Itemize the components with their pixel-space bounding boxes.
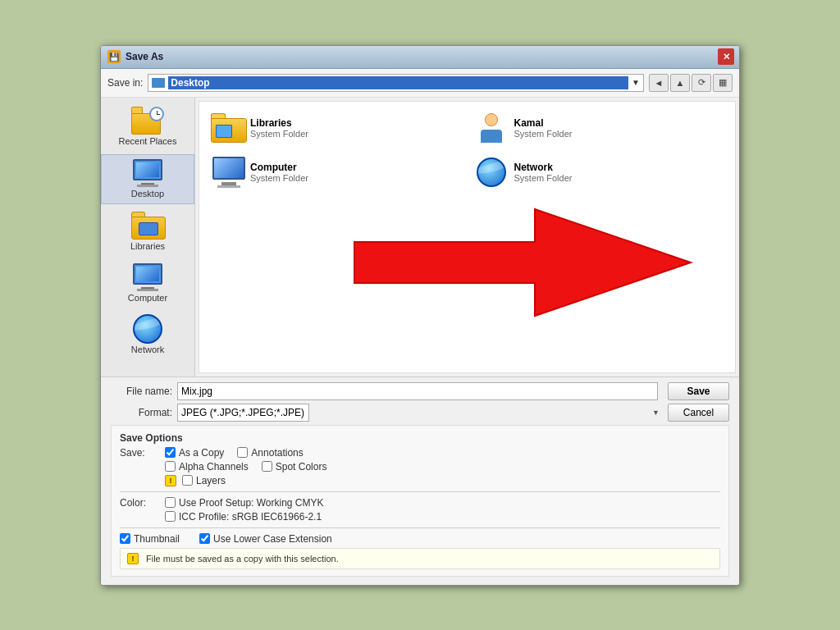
file-item-kamal[interactable]: Kamal System Folder [472,110,728,146]
save-options-box: Save Options Save: As a Copy Annotations [111,425,729,577]
color-row: Color: Use Proof Setup: Working CMYK ICC… [120,497,720,523]
location-folder-icon [152,78,165,88]
sidebar-label-computer: Computer [128,293,167,303]
file-info-network: Network System Folder [514,162,573,183]
close-button[interactable]: ✕ [718,48,734,65]
nav-buttons: ◄ ▲ ⟳ ▦ [649,74,733,92]
checkbox-layers-label: Layers [196,475,226,486]
checkbox-as-copy-input[interactable] [165,447,176,458]
libraries-file-icon [211,113,244,143]
file-name-computer: Computer [250,162,308,173]
save-checkboxes-group: As a Copy Annotations Alpha Channels [165,447,326,486]
save-in-toolbar: Save in: Desktop ▼ ◄ ▲ ⟳ ▦ [101,69,739,98]
save-in-label: Save in: [107,77,143,89]
checkbox-icc-label: ICC Profile: sRGB IEC61966-2.1 [179,511,322,523]
title-bar: 💾 Save As ✕ [101,46,739,69]
color-section: Color: Use Proof Setup: Working CMYK ICC… [120,497,720,523]
sidebar-item-network[interactable]: Network [101,311,194,359]
format-select[interactable]: JPEG (*.JPG;*.JPEG;*.JPE) [177,404,309,422]
network-icon [131,316,164,342]
file-item-libraries[interactable]: Libraries System Folder [208,110,463,146]
file-info-libraries: Libraries System Folder [250,117,308,139]
checkbox-spot-colors-label: Spot Colors [276,461,327,472]
dialog-window: 💾 Save As ✕ Save in: Desktop ▼ ◄ ▲ ⟳ ▦ [100,45,740,586]
file-info-kamal: Kamal System Folder [514,117,573,139]
computer-icon [131,264,164,290]
desktop-icon [131,160,164,186]
warning-bar: ! File must be saved as a copy with this… [120,548,720,569]
sidebar-label-desktop: Desktop [131,189,164,199]
checkbox-spot-colors[interactable]: Spot Colors [262,461,327,472]
checkbox-as-copy-label: As a Copy [179,447,224,459]
file-item-network[interactable]: Network System Folder [472,154,728,190]
checkbox-alpha-channels-label: Alpha Channels [179,461,249,472]
filename-label: File name: [111,386,172,397]
filename-input[interactable] [177,382,658,400]
title-bar-left: 💾 Save As [107,50,163,63]
libraries-icon [131,212,164,239]
divider-2 [120,527,720,528]
recent-places-icon [131,107,164,134]
checkbox-annotations-label: Annotations [251,447,303,459]
file-item-computer[interactable]: Computer System Folder [208,154,463,190]
kamal-file-icon [475,113,508,143]
sidebar-item-desktop[interactable]: Desktop [101,154,194,204]
save-as-dialog: 💾 Save As ✕ Save in: Desktop ▼ ◄ ▲ ⟳ ▦ [100,45,740,586]
checkbox-alpha-channels[interactable]: Alpha Channels [165,461,249,472]
sidebar-item-libraries[interactable]: Libraries [101,208,194,256]
checkbox-icc-profile[interactable]: ICC Profile: sRGB IEC61966-2.1 [165,511,324,523]
divider-1 [120,491,720,492]
sidebar: Recent Places Desktop [101,98,195,377]
checkbox-thumbnail-input[interactable] [120,533,130,544]
checkbox-row-1: As a Copy Annotations [165,447,326,459]
checkbox-thumbnail-label: Thumbnail [134,533,180,545]
checkbox-row-3: ! Layers [165,475,326,486]
location-dropdown-arrow[interactable]: ▼ [632,78,640,87]
checkbox-row-2: Alpha Channels Spot Colors [165,461,326,472]
format-label: Format: [111,407,172,418]
color-checkboxes: Use Proof Setup: Working CMYK ICC Profil… [165,497,324,523]
location-bar[interactable]: Desktop ▼ [148,74,644,92]
checkbox-icc-input[interactable] [165,511,176,522]
file-info-computer: Computer System Folder [250,162,308,183]
up-button[interactable]: ▲ [670,74,690,92]
checkbox-use-proof-setup[interactable]: Use Proof Setup: Working CMYK [165,497,324,509]
sidebar-item-computer[interactable]: Computer [101,259,194,308]
main-area: Recent Places Desktop [101,98,739,377]
sidebar-label-libraries: Libraries [130,241,165,251]
view-button[interactable]: ▦ [713,74,733,92]
checkbox-layers[interactable]: ! Layers [165,475,226,486]
file-name-network: Network [514,162,573,173]
dialog-icon: 💾 [107,50,121,63]
checkbox-spot-colors-input[interactable] [262,461,272,472]
checkbox-thumbnail[interactable]: Thumbnail [120,533,180,545]
checkbox-layers-input[interactable] [182,475,193,486]
format-row: Format: JPEG (*.JPG;*.JPEG;*.JPE) Cancel [111,404,729,422]
sidebar-label-recent: Recent Places [119,136,177,146]
recent-button[interactable]: ⟳ [692,74,711,92]
back-button[interactable]: ◄ [649,74,669,92]
file-name-libraries: Libraries [250,117,308,129]
color-label: Color: [120,497,165,509]
thumbnail-row: Thumbnail Use Lower Case Extension [120,533,720,545]
checkbox-lowercase-input[interactable] [199,533,210,544]
checkbox-annotations[interactable]: Annotations [237,447,303,459]
checkbox-use-lowercase[interactable]: Use Lower Case Extension [199,533,332,545]
computer-file-icon [211,158,244,187]
network-file-icon [475,158,508,187]
save-options-title: Save Options [120,432,720,444]
filename-row: File name: Save [111,382,729,400]
sidebar-item-recent-places[interactable]: Recent Places [101,103,194,151]
location-text: Desktop [168,76,628,89]
save-button[interactable]: Save [668,382,729,400]
checkbox-annotations-input[interactable] [237,447,248,458]
layers-warning-icon: ! [165,475,176,486]
dialog-title: Save As [126,51,163,62]
checkbox-as-copy[interactable]: As a Copy [165,447,224,459]
checkbox-use-proof-input[interactable] [165,497,176,508]
file-area[interactable]: Libraries System Folder Kamal System [199,101,736,373]
cancel-button[interactable]: Cancel [668,404,729,422]
file-name-kamal: Kamal [514,117,573,129]
format-select-wrapper: JPEG (*.JPG;*.JPEG;*.JPE) [177,404,663,422]
checkbox-alpha-channels-input[interactable] [165,461,176,472]
